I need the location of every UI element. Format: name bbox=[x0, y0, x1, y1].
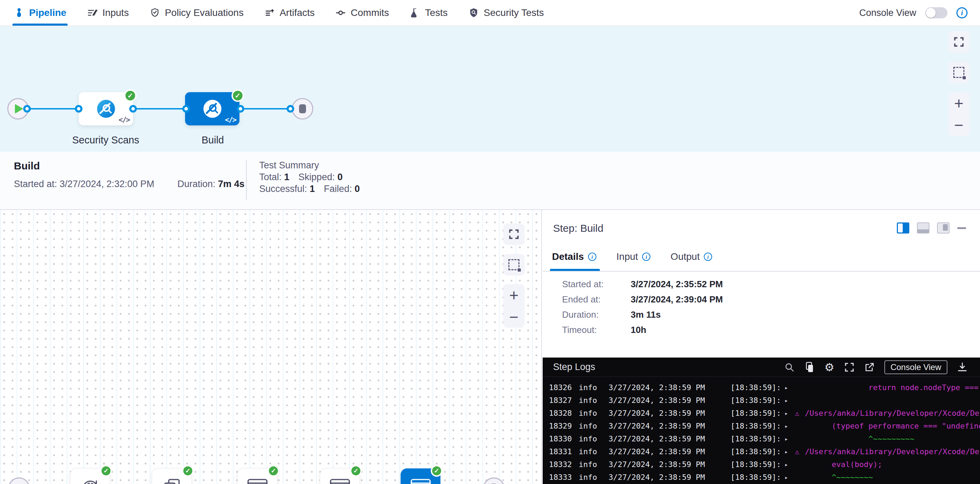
test-summary-row1: Total: 1Skipped: 0 bbox=[259, 171, 360, 183]
tab-label: Tests bbox=[425, 7, 447, 18]
tab-details[interactable]: Details i bbox=[552, 243, 597, 271]
step-graph-canvas[interactable]: </> ✓ </> ✓ </> ✓ </> ✓ bbox=[0, 210, 542, 484]
tab-artifacts[interactable]: Artifacts bbox=[264, 0, 315, 25]
line-number: 18328 bbox=[549, 409, 579, 417]
gear-icon[interactable]: ⚙ bbox=[824, 362, 834, 373]
console-view-button[interactable]: Console View bbox=[885, 360, 947, 374]
info-icon[interactable]: i bbox=[956, 7, 967, 18]
stage-end-node bbox=[483, 478, 504, 484]
caret-icon[interactable]: ▸ bbox=[784, 384, 795, 391]
detail-value: 10h bbox=[631, 325, 646, 335]
stage-label[interactable]: Build bbox=[161, 135, 265, 146]
connector bbox=[75, 105, 83, 113]
expand-icon[interactable] bbox=[844, 362, 854, 373]
caret-icon[interactable]: ▸ bbox=[784, 474, 795, 481]
terminal-icon bbox=[247, 478, 268, 484]
stage-label[interactable]: Security Scans bbox=[54, 135, 158, 146]
log-date: 3/27/2024, 2:38:59 PM bbox=[609, 447, 730, 456]
log-text: ^~~~~~~~~ bbox=[795, 473, 873, 482]
caret-icon[interactable]: ▸ bbox=[784, 397, 795, 404]
caret-icon[interactable]: ▸ bbox=[784, 435, 795, 443]
stage-graph-canvas[interactable]: </> ✓ </> ✓ Security Scans Build + bbox=[0, 26, 980, 152]
log-level: info bbox=[579, 383, 609, 392]
stage-start-node bbox=[8, 478, 30, 484]
log-date: 3/27/2024, 2:38:59 PM bbox=[609, 435, 730, 443]
fullscreen-button[interactable] bbox=[948, 31, 970, 53]
code-icon: </> bbox=[225, 116, 236, 124]
info-icon[interactable]: i bbox=[704, 252, 712, 261]
zoom-out-button[interactable]: − bbox=[948, 114, 970, 136]
pipeline-end-node bbox=[292, 98, 313, 119]
warning-icon: ⚠ bbox=[795, 409, 799, 417]
console-view-toggle[interactable] bbox=[925, 7, 947, 18]
clone-icon bbox=[161, 478, 183, 484]
minimize-icon[interactable] bbox=[957, 227, 966, 229]
detail-value: 3m 11s bbox=[631, 309, 661, 320]
zoom-in-button[interactable]: + bbox=[503, 284, 525, 306]
tab-tests[interactable]: Tests bbox=[410, 0, 447, 25]
copy-icon[interactable] bbox=[804, 362, 815, 373]
log-level: info bbox=[579, 447, 609, 456]
tab-inputs[interactable]: Inputs bbox=[87, 0, 129, 25]
log-time: [18:38:59]: bbox=[730, 460, 784, 469]
log-time: [18:38:59]: bbox=[730, 473, 784, 482]
log-time: [18:38:59]: bbox=[730, 396, 784, 405]
line-number: 18331 bbox=[549, 447, 579, 456]
connector bbox=[182, 105, 190, 113]
log-text: return node.nodeType === bbox=[795, 383, 978, 392]
log-level: info bbox=[579, 409, 609, 417]
layout-split-right-icon[interactable] bbox=[897, 222, 909, 233]
stage-title: Build bbox=[14, 160, 40, 172]
terminal-icon bbox=[329, 478, 351, 484]
caret-icon[interactable]: ▸ bbox=[784, 410, 795, 417]
caret-icon[interactable]: ▸ bbox=[784, 461, 795, 468]
successful-value: 1 bbox=[310, 184, 315, 194]
info-icon[interactable]: i bbox=[642, 252, 651, 261]
tab-commits[interactable]: Commits bbox=[336, 0, 389, 25]
tab-pipeline[interactable]: Pipeline bbox=[14, 0, 66, 25]
line-number: 18326 bbox=[549, 383, 579, 392]
download-icon[interactable] bbox=[957, 362, 967, 373]
zoom-in-button[interactable]: + bbox=[948, 92, 970, 114]
divider bbox=[246, 160, 247, 200]
detail-label: Timeout: bbox=[562, 325, 631, 335]
shield-check-icon bbox=[150, 8, 160, 18]
nav-right: Console View i bbox=[859, 7, 967, 18]
detail-row: Duration: 3m 11s bbox=[542, 307, 980, 322]
log-row: 18329info3/27/2024, 2:38:59 PM[18:38:59]… bbox=[542, 420, 980, 432]
log-date: 3/27/2024, 2:38:59 PM bbox=[609, 460, 730, 469]
code-icon: </> bbox=[119, 116, 130, 124]
stop-icon bbox=[299, 104, 306, 113]
open-in-new-icon[interactable] bbox=[864, 362, 875, 373]
warning-icon: ⚠ bbox=[795, 448, 799, 456]
caret-icon[interactable]: ▸ bbox=[784, 423, 795, 430]
line-number: 18330 bbox=[549, 435, 579, 443]
line-number: 18332 bbox=[549, 460, 579, 469]
success-badge: ✓ bbox=[267, 465, 279, 477]
step-tabs: Details i Input i Output i bbox=[542, 243, 980, 271]
search-icon[interactable] bbox=[784, 362, 795, 373]
tab-input[interactable]: Input i bbox=[616, 243, 651, 271]
zoom-out-button[interactable]: − bbox=[503, 306, 525, 328]
success-badge: ✓ bbox=[231, 89, 244, 102]
log-date: 3/27/2024, 2:38:59 PM bbox=[609, 422, 730, 430]
log-level: info bbox=[579, 422, 609, 430]
caret-icon[interactable]: ▸ bbox=[784, 448, 795, 455]
log-date: 3/27/2024, 2:38:59 PM bbox=[609, 383, 730, 392]
stage-node-build[interactable]: </> bbox=[185, 92, 239, 125]
info-icon[interactable]: i bbox=[588, 252, 597, 261]
fullscreen-button[interactable] bbox=[503, 224, 525, 245]
panel-header: Step: Build bbox=[542, 210, 980, 243]
marquee-select-button[interactable] bbox=[503, 254, 525, 275]
tab-label: Output bbox=[671, 251, 700, 262]
tab-label: Security Tests bbox=[484, 7, 544, 18]
marquee-select-button[interactable] bbox=[948, 62, 970, 83]
layout-bottom-icon[interactable] bbox=[917, 222, 929, 233]
tab-output[interactable]: Output i bbox=[671, 243, 712, 271]
layout-drawer-icon[interactable] bbox=[937, 222, 950, 233]
tab-policy-evaluations[interactable]: Policy Evaluations bbox=[150, 0, 243, 25]
security-shield-icon bbox=[469, 8, 479, 18]
test-summary-title: Test Summary bbox=[259, 159, 360, 171]
tab-security-tests[interactable]: Security Tests bbox=[469, 0, 544, 25]
log-lines[interactable]: 18326info3/27/2024, 2:38:59 PM[18:38:59]… bbox=[542, 377, 980, 484]
